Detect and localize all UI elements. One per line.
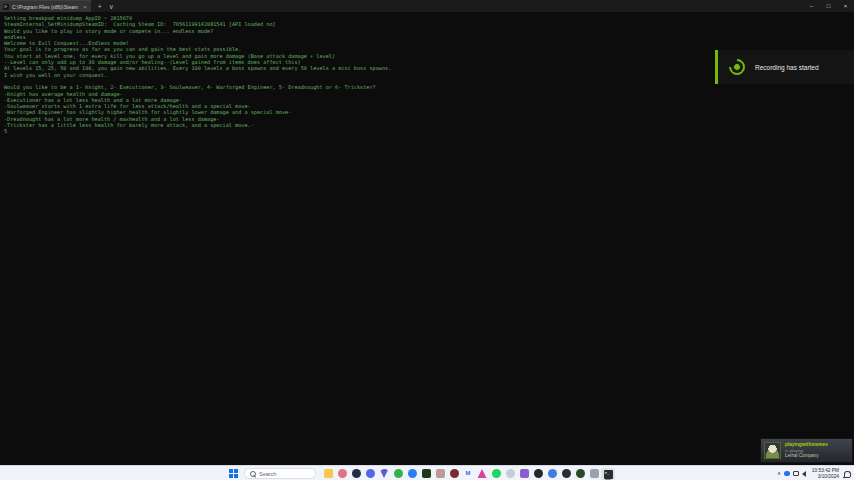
recording-icon — [726, 56, 749, 79]
nvidia-geforce-icon[interactable] — [573, 466, 587, 480]
terminal-tab[interactable]: C:\Program Files (x86)\Steam × — [0, 0, 91, 12]
tab-close-icon[interactable]: × — [83, 4, 87, 10]
spotify-icon[interactable] — [489, 466, 503, 480]
tab-title: C:\Program Files (x86)\Steam — [12, 4, 78, 10]
purple-wing-app-icon[interactable] — [517, 466, 531, 480]
hidden-icons-chevron-icon[interactable]: ∧ — [777, 471, 781, 476]
clock-date: 3/10/2024 — [812, 474, 839, 480]
window-controls: – □ × — [803, 0, 854, 12]
black-circle-app-icon[interactable] — [531, 466, 545, 480]
volume-icon[interactable] — [802, 471, 806, 477]
discord-icon[interactable] — [363, 466, 377, 480]
system-tray: ∧ 10:53:42 PM 3/10/2024 — [777, 466, 851, 480]
purple-v-app-icon[interactable] — [377, 466, 391, 480]
file-explorer-icon[interactable] — [321, 466, 335, 480]
gray-arc-app-icon[interactable] — [503, 466, 517, 480]
ubisoft-icon[interactable] — [405, 466, 419, 480]
close-button[interactable]: × — [837, 0, 854, 12]
window-titlebar: C:\Program Files (x86)\Steam × + ∨ – □ × — [0, 0, 854, 12]
friend-game-name: Lethal Company — [785, 453, 828, 458]
dark-green-game-icon[interactable] — [419, 466, 433, 480]
clock-time: 10:53:42 PM — [812, 468, 839, 474]
steam-icon[interactable] — [349, 466, 363, 480]
start-button[interactable] — [229, 469, 238, 478]
search-placeholder: Search — [259, 471, 276, 477]
cmd-icon — [3, 4, 9, 10]
magenta-triangle-app-icon[interactable] — [475, 466, 489, 480]
medal-icon[interactable]: M — [461, 466, 475, 480]
red-ring-app-icon[interactable] — [335, 466, 349, 480]
notifications-bell-icon[interactable] — [844, 471, 851, 477]
maroon-circle-app-icon[interactable] — [447, 466, 461, 480]
steam-friend-toast[interactable]: playingwithmemes is playing Lethal Compa… — [760, 438, 853, 463]
network-icon[interactable] — [793, 471, 799, 476]
blue-arc-app-icon[interactable] — [545, 466, 559, 480]
record-dot-app-icon[interactable] — [559, 466, 573, 480]
search-input[interactable]: Search — [244, 468, 316, 479]
taskbar-clock[interactable]: 10:53:42 PM 3/10/2024 — [812, 468, 839, 479]
minimize-button[interactable]: – — [803, 0, 820, 12]
recording-toast-label: Recording has started — [755, 64, 819, 71]
terminal-icon — [604, 470, 613, 479]
gray-app-icon[interactable] — [587, 466, 601, 480]
green-swirl-app-icon[interactable] — [391, 466, 405, 480]
terminal-line: 5 — [4, 128, 854, 134]
avatar — [764, 442, 781, 459]
taskbar-center: Search — [229, 466, 615, 480]
maximize-button[interactable]: □ — [820, 0, 837, 12]
new-tab-button[interactable]: + — [98, 3, 102, 10]
tray-blue-icon[interactable] — [784, 471, 790, 476]
tab-dropdown-icon[interactable]: ∨ — [109, 3, 114, 10]
steam-toast-text: playingwithmemes is playing Lethal Compa… — [785, 442, 828, 458]
taskbar-apps: M — [321, 466, 601, 480]
gray-pink-app-icon[interactable] — [433, 466, 447, 480]
recording-toast: Recording has started — [715, 50, 854, 84]
taskbar: Search — [0, 465, 854, 480]
taskbar-terminal-icon-active[interactable] — [601, 468, 615, 480]
search-icon — [250, 471, 256, 477]
